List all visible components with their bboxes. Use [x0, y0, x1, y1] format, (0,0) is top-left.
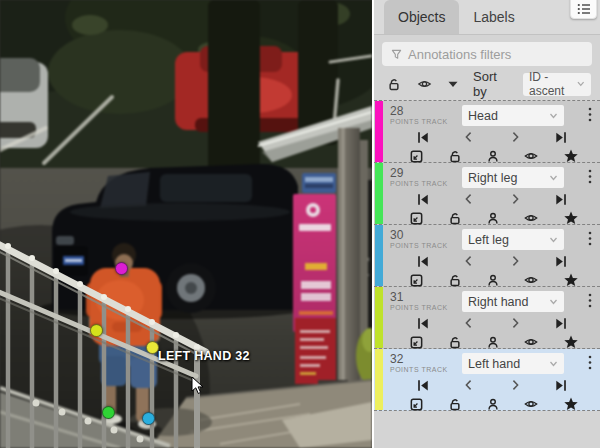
- occluded-button[interactable]: [486, 273, 500, 288]
- annotations-filter-input[interactable]: Annotations filters: [382, 42, 592, 66]
- first-keyframe-button[interactable]: [416, 378, 431, 393]
- occluded-button[interactable]: [486, 149, 500, 164]
- object-type: POINTS TRACK: [390, 365, 456, 374]
- eye-icon: [523, 397, 539, 411]
- object-item-28[interactable]: 28 POINTS TRACK Head: [374, 101, 600, 163]
- eye-icon: [416, 77, 433, 91]
- object-menu-button[interactable]: [588, 167, 592, 188]
- chevron-left-icon: [462, 316, 476, 330]
- outside-icon: [409, 335, 424, 350]
- chevron-right-icon: [508, 316, 522, 330]
- keyframe-button[interactable]: [563, 210, 579, 226]
- next-keyframe-button[interactable]: [508, 130, 522, 144]
- occluded-button[interactable]: [486, 335, 500, 350]
- star-icon: [563, 210, 579, 226]
- objects-toolbar: Sort by ID - ascent: [374, 71, 600, 97]
- first-keyframe-button[interactable]: [416, 192, 431, 207]
- lock-button[interactable]: [448, 211, 462, 226]
- outside-button[interactable]: [409, 149, 424, 164]
- keyframe-button[interactable]: [563, 272, 579, 288]
- prev-keyframe-button[interactable]: [462, 130, 476, 144]
- chevron-down-icon: [549, 113, 558, 119]
- occluded-button[interactable]: [486, 397, 500, 412]
- point-right-hand[interactable]: [90, 324, 103, 337]
- first-keyframe-icon: [416, 130, 431, 145]
- sidebar-collapse-button[interactable]: [570, 0, 597, 19]
- first-keyframe-button[interactable]: [416, 130, 431, 145]
- object-item-31[interactable]: 31 POINTS TRACK Right hand: [374, 287, 600, 349]
- prev-keyframe-button[interactable]: [462, 192, 476, 206]
- chevron-right-icon: [508, 130, 522, 144]
- lock-icon: [448, 211, 462, 226]
- keyframe-button[interactable]: [563, 396, 579, 412]
- last-keyframe-button[interactable]: [553, 192, 568, 207]
- hidden-button[interactable]: [523, 211, 539, 225]
- object-type: POINTS TRACK: [390, 241, 456, 250]
- sort-select[interactable]: ID - ascent: [523, 73, 591, 96]
- star-icon: [563, 334, 579, 350]
- lock-button[interactable]: [448, 149, 462, 164]
- video-canvas[interactable]: LEFT HAND 32: [0, 0, 372, 448]
- first-keyframe-button[interactable]: [416, 316, 431, 331]
- sort-by-label: Sort by: [473, 69, 508, 99]
- object-label-select[interactable]: Right hand: [462, 291, 564, 312]
- object-id: 30: [390, 230, 456, 241]
- object-label-select[interactable]: Left leg: [462, 229, 564, 250]
- object-label-select[interactable]: Head: [462, 105, 564, 126]
- object-color-bar: [375, 101, 383, 162]
- lock-button[interactable]: [448, 397, 462, 412]
- point-left-leg[interactable]: [142, 412, 155, 425]
- object-menu-button[interactable]: [588, 229, 592, 250]
- object-menu-button[interactable]: [588, 291, 592, 312]
- chevron-left-icon: [462, 130, 476, 144]
- object-id: 32: [390, 354, 456, 365]
- next-keyframe-button[interactable]: [508, 316, 522, 330]
- object-item-30[interactable]: 30 POINTS TRACK Left leg: [374, 225, 600, 287]
- keyframe-button[interactable]: [563, 334, 579, 350]
- prev-keyframe-button[interactable]: [462, 316, 476, 330]
- hide-all-button[interactable]: [416, 77, 433, 91]
- hidden-button[interactable]: [523, 149, 539, 163]
- next-keyframe-button[interactable]: [508, 378, 522, 392]
- eye-icon: [523, 273, 539, 287]
- expand-all-button[interactable]: [448, 81, 458, 88]
- chevron-right-icon: [508, 192, 522, 206]
- lock-button[interactable]: [448, 273, 462, 288]
- prev-keyframe-button[interactable]: [462, 254, 476, 268]
- person-icon: [486, 273, 500, 288]
- filter-funnel-icon: [391, 49, 402, 60]
- next-keyframe-button[interactable]: [508, 192, 522, 206]
- outside-button[interactable]: [409, 273, 424, 288]
- last-keyframe-button[interactable]: [553, 316, 568, 331]
- lock-button[interactable]: [448, 335, 462, 350]
- outside-button[interactable]: [409, 397, 424, 412]
- object-label-select[interactable]: Right leg: [462, 167, 564, 188]
- cvat-annotation-app: LEFT HAND 32 Objects Labels Annotations …: [0, 0, 600, 448]
- hidden-button[interactable]: [523, 335, 539, 349]
- tab-objects[interactable]: Objects: [384, 0, 459, 34]
- person-icon: [486, 149, 500, 164]
- first-keyframe-button[interactable]: [416, 254, 431, 269]
- point-head[interactable]: [115, 262, 128, 275]
- tab-labels[interactable]: Labels: [459, 0, 528, 34]
- object-item-32[interactable]: 32 POINTS TRACK Left hand: [374, 349, 600, 411]
- last-keyframe-button[interactable]: [553, 254, 568, 269]
- outside-button[interactable]: [409, 335, 424, 350]
- outside-button[interactable]: [409, 211, 424, 226]
- next-keyframe-button[interactable]: [508, 254, 522, 268]
- object-label-select[interactable]: Left hand: [462, 353, 564, 374]
- prev-keyframe-button[interactable]: [462, 378, 476, 392]
- object-menu-button[interactable]: [588, 353, 592, 374]
- hidden-button[interactable]: [523, 273, 539, 287]
- lock-icon: [448, 335, 462, 350]
- annotation-overlay: LEFT HAND 32: [0, 0, 372, 448]
- lock-all-button[interactable]: [387, 77, 401, 92]
- last-keyframe-button[interactable]: [553, 378, 568, 393]
- object-menu-button[interactable]: [588, 105, 592, 126]
- occluded-button[interactable]: [486, 211, 500, 226]
- object-item-29[interactable]: 29 POINTS TRACK Right leg: [374, 163, 600, 225]
- keyframe-button[interactable]: [563, 148, 579, 164]
- last-keyframe-button[interactable]: [553, 130, 568, 145]
- hidden-button[interactable]: [523, 397, 539, 411]
- point-right-leg[interactable]: [102, 406, 115, 419]
